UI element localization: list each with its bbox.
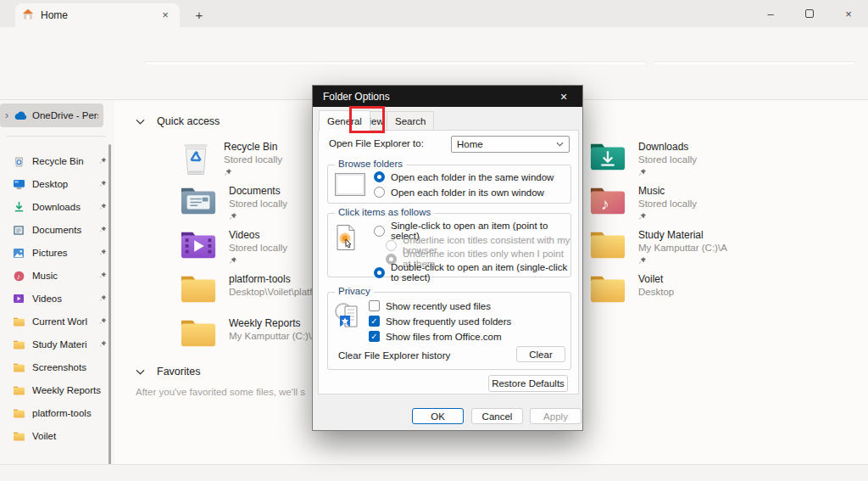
sidebar-item-voilet[interactable]: Voilet [12,426,107,446]
quick-access-header[interactable]: Quick access [136,115,220,127]
sidebar-item-screenshots[interactable]: Screenshots [12,357,107,378]
file-item-platform-tools[interactable]: platform-tools Desktop\Voilet\platf... [180,273,320,305]
new-tab-button[interactable]: + [190,7,209,24]
radio-own-window[interactable]: Open each folder in its own window [374,187,544,198]
item-title: Videos [229,229,287,241]
music-icon: ♪ [12,270,25,282]
clear-button[interactable]: Clear [516,346,565,362]
home-tab-icon [22,8,34,22]
minimize-button[interactable]: – [751,0,790,27]
sidebar-item-desktop[interactable]: Desktop [12,174,107,194]
sidebar-item-onedrive[interactable]: › OneDrive - Pers [0,103,103,127]
file-item-study-material[interactable]: Study Material My Kamputtar (C:)\A [589,229,727,267]
tab-close-icon[interactable]: × [158,8,173,23]
sidebar-item-pictures[interactable]: Pictures [12,243,107,263]
checkbox-label: Show frequently used folders [386,316,511,327]
checkbox-frequently-used-folders[interactable]: ✓ Show frequently used folders [369,316,511,327]
sidebar-item-videos[interactable]: Videos [12,288,107,309]
sidebar-item-label: Recycle Bin [32,156,92,166]
general-tab-panel: Open File Explorer to: Home Browse folde… [318,130,579,394]
sidebar-item-documents[interactable]: Documents [12,220,107,240]
radio-icon [374,187,385,198]
pin-icon [99,293,107,305]
checkbox-icon [369,300,380,311]
privacy-group: Privacy Show recently used files ✓ Show … [327,292,571,370]
pin-icon [229,211,287,223]
dialog-title: Folder Options [323,91,390,103]
group-title: Privacy [335,286,374,296]
sidebar-scrollbar[interactable] [108,144,111,464]
window-controls: – × [751,0,868,27]
dialog-close-icon[interactable]: × [555,90,572,103]
sidebar-item-current-work[interactable]: Current Worl [12,311,107,332]
sidebar-item-recycle-bin[interactable]: Recycle Bin [12,151,107,171]
favorites-header[interactable]: Favorites [136,366,200,378]
item-subtitle: Stored locally [224,154,282,165]
onedrive-label: OneDrive - Pers [32,110,98,120]
cancel-button[interactable]: Cancel [471,408,523,424]
group-title: Browse folders [335,159,406,169]
explorer-tab-home[interactable]: Home × [15,3,180,27]
checkbox-label: Show files from Office.com [386,332,502,342]
ok-button[interactable]: OK [412,408,464,424]
privacy-icon [333,301,364,333]
item-title: Recycle Bin [224,141,282,153]
recycle-bin-icon [12,155,25,168]
sidebar-item-weekly-reports[interactable]: Weekly Reports [12,380,107,400]
file-item-voilet[interactable]: Voilet Desktop [589,273,674,305]
open-to-label: Open File Explorer to: [329,138,424,148]
file-item-downloads[interactable]: Downloads Stored locally [589,141,697,179]
button-label: Apply [543,411,568,422]
browse-folders-group: Browse folders Open each folder in the s… [327,165,571,204]
quick-access-label: Quick access [157,115,220,127]
sidebar-item-platform-tools[interactable]: platform-tools [12,403,107,423]
yellow-folder-icon [180,317,217,350]
file-item-videos[interactable]: Videos Stored locally [180,229,287,267]
chevron-right-icon[interactable]: › [5,109,8,121]
item-title: Documents [229,185,287,197]
clear-history-label: Clear File Explorer history [338,350,450,361]
open-to-dropdown[interactable]: Home [451,136,570,153]
file-item-documents[interactable]: Documents Stored locally [180,185,287,223]
radio-label: Double-click to open an item (single-cli… [391,262,570,282]
sidebar-divider [7,136,106,137]
restore-defaults-button[interactable]: Restore Defaults [488,375,568,392]
radio-same-window[interactable]: Open each folder in the same window [374,171,554,182]
sidebar-item-study-material[interactable]: Study Materi [12,334,107,355]
button-label: OK [431,411,445,422]
pin-icon [99,316,107,327]
file-item-weekly-reports[interactable]: Weekly Reports My Kamputtar (C:)\A... [180,317,326,350]
item-subtitle: Desktop\Voilet\platf... [229,287,320,297]
svg-text:♪: ♪ [601,195,609,213]
dialog-titlebar[interactable]: Folder Options × [313,86,582,107]
click-items-icon [335,224,357,254]
folder-options-dialog: Folder Options × General View Search Ope… [312,85,583,431]
maximize-button[interactable] [790,0,829,27]
apply-button[interactable]: Apply [530,408,581,424]
pictures-icon [12,247,25,260]
radio-double-click[interactable]: Double-click to open an item (single-cli… [374,262,570,282]
sidebar-item-downloads[interactable]: Downloads [12,197,107,217]
item-title: Music [638,185,697,197]
tab-search[interactable]: Search [387,111,434,130]
checkbox-files-from-office[interactable]: ✓ Show files from Office.com [369,331,502,342]
sidebar-item-label: Weekly Reports [32,385,107,395]
sidebar-item-label: Screenshots [32,362,107,372]
file-item-music[interactable]: ♪ Music Stored locally [589,185,697,223]
close-button[interactable]: × [829,0,868,27]
checkbox-recently-used-files[interactable]: Show recently used files [369,300,491,311]
item-subtitle: Desktop [638,287,674,297]
maximize-icon [805,9,814,18]
item-subtitle: Stored locally [229,199,287,209]
navigation-bar: ← → ↑ › Home › Search Home [0,27,868,64]
chevron-down-icon [136,369,145,375]
sidebar-item-label: Desktop [32,179,92,189]
item-subtitle: Stored locally [638,199,697,209]
radio-label: Open each folder in its own window [391,187,544,198]
favorites-hint: After you've favorited some files, we'll… [136,387,305,397]
radio-icon [374,267,385,278]
checkbox-icon: ✓ [369,331,380,342]
sidebar-item-label: Current Worl [32,316,92,327]
file-item-recycle-bin[interactable]: Recycle Bin Stored locally [180,141,282,179]
sidebar-item-music[interactable]: ♪ Music [12,266,107,286]
